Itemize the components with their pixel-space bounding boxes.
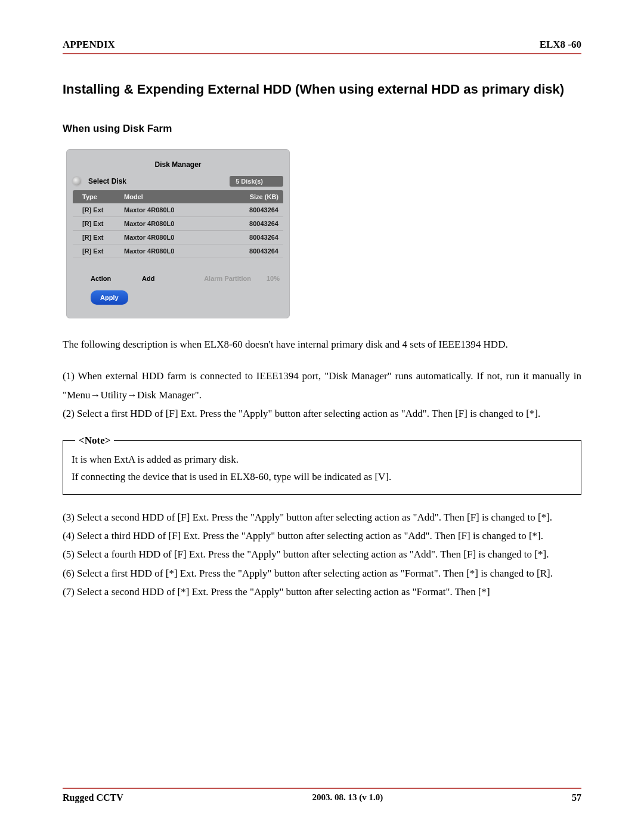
note-line: It is when ExtA is added as primary disk… [72,451,572,469]
cell-type: [R] Ext [73,206,124,213]
cell-type: [R] Ext [73,234,124,241]
cell-model: Maxtor 4R080L0 [124,247,231,255]
cell-size: 80043264 [231,206,283,213]
step-5: (5) Select a fourth HDD of [F] Ext. Pres… [63,545,581,563]
disk-manager-panel: Disk Manager Select Disk 5 Disk(s) Type … [66,149,290,318]
disk-count-pill[interactable]: 5 Disk(s) [230,176,283,187]
select-disk-knob-icon[interactable] [73,177,81,185]
step-1: (1) When external HDD farm is connected … [63,367,581,404]
step-6: (6) Select a first HDD of [*] Ext. Press… [63,564,581,583]
cell-type: [R] Ext [73,247,124,255]
page-title: Installing & Expending External HDD (Whe… [63,79,581,99]
alarm-partition-label: Alarm Partition [204,275,251,282]
footer-mid: 2003. 08. 13 (v 1.0) [312,792,383,803]
step-4: (4) Select a third HDD of [F] Ext. Press… [63,527,581,545]
dm-table-header: Type Model Size (KB) [73,190,283,203]
header-left: APPENDIX [63,39,115,51]
intro-paragraph: The following description is when ELX8-6… [63,335,581,354]
apply-button[interactable]: Apply [91,290,128,305]
select-disk-label: Select Disk [88,177,126,185]
cell-type: [R] Ext [73,220,124,227]
table-row[interactable]: [R] Ext Maxtor 4R080L0 80043264 [73,231,283,244]
step-2: (2) Select a first HDD of [F] Ext. Press… [63,404,581,423]
cell-model: Maxtor 4R080L0 [124,206,231,213]
table-row[interactable]: [R] Ext Maxtor 4R080L0 80043264 [73,217,283,231]
step-7: (7) Select a second HDD of [*] Ext. Pres… [63,583,581,601]
col-model: Model [124,193,231,200]
header-rule [63,53,581,54]
step-3: (3) Select a second HDD of [F] Ext. Pres… [63,508,581,527]
dm-title: Disk Manager [73,160,283,169]
cell-model: Maxtor 4R080L0 [124,220,231,227]
action-value[interactable]: Add [142,275,188,282]
action-label: Action [73,275,142,282]
section-subhead: When using Disk Farm [63,123,581,135]
cell-size: 80043264 [231,234,283,241]
cell-model: Maxtor 4R080L0 [124,234,231,241]
cell-size: 80043264 [231,247,283,255]
alarm-partition-value: 10% [251,275,283,282]
note-legend: <Note> [75,432,114,450]
cell-size: 80043264 [231,220,283,227]
header-right: ELX8 -60 [540,39,581,51]
footer-right: 57 [572,792,581,803]
dm-table-body: [R] Ext Maxtor 4R080L0 80043264 [R] Ext … [73,203,283,258]
note-line: If connecting the device that is used in… [72,469,572,486]
table-row[interactable]: [R] Ext Maxtor 4R080L0 80043264 [73,244,283,258]
table-row[interactable]: [R] Ext Maxtor 4R080L0 80043264 [73,203,283,217]
footer-rule [63,788,581,789]
note-box: <Note> It is when ExtA is added as prima… [63,440,581,495]
col-type: Type [73,193,124,200]
footer-left: Rugged CCTV [63,792,123,803]
col-size: Size (KB) [231,193,283,200]
